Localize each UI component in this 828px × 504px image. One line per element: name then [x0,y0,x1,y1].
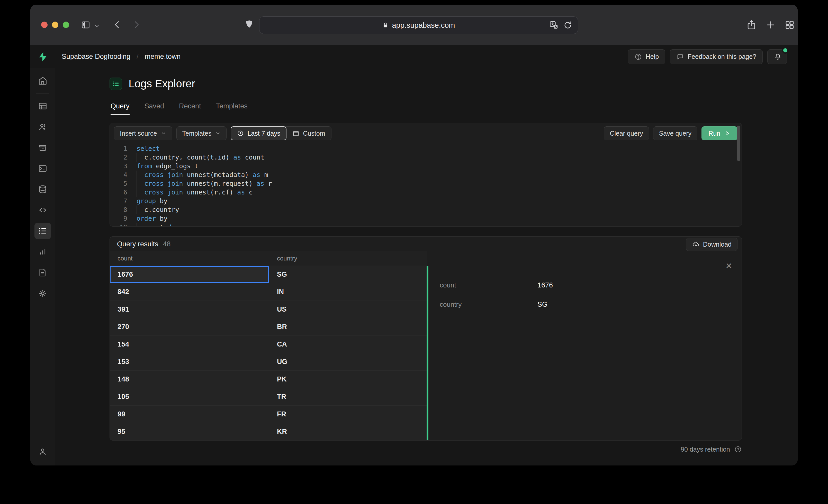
code-line-8[interactable]: 8 c.country [110,205,742,214]
table-row[interactable]: 95KR [110,423,426,441]
cell-country[interactable]: BR [269,318,287,335]
zoom-window-button[interactable] [63,21,69,28]
code-line-6[interactable]: 6 cross join unnest(r.cf) as c [110,188,742,197]
sql-editor[interactable]: 1select2 c.country, count(t.id) as count… [110,142,742,226]
sidebar-item-docs[interactable] [35,264,51,281]
sidebar-item-settings[interactable] [35,285,51,302]
cell-count[interactable]: 148 [110,371,269,388]
query-results-panel: Query results 48 Download count country [110,236,742,441]
code-line-3[interactable]: 3from edge_logs t [110,162,742,171]
tab-query[interactable]: Query [111,102,130,115]
supabase-logo[interactable] [30,45,55,68]
feedback-button[interactable]: Feedback on this page? [670,49,763,64]
column-header-count[interactable]: count [110,251,269,266]
privacy-shield-icon[interactable] [244,19,255,30]
sidebar-item-auth-users[interactable] [35,119,51,135]
back-icon[interactable] [112,19,122,30]
breadcrumb-org[interactable]: Supabase Dogfooding [62,53,130,61]
code-text: cross join unnest(metadata) as m [136,171,268,179]
sidebar-item-table-editor[interactable] [35,98,51,114]
save-query-button[interactable]: Save query [653,126,697,140]
sidebar-item-storage[interactable] [35,139,51,156]
cell-country[interactable]: UG [269,353,288,370]
close-window-button[interactable] [41,21,48,28]
line-number: 8 [110,205,127,214]
insert-source-button[interactable]: Insert source [114,126,172,140]
breadcrumb-project[interactable]: meme.town [145,53,181,61]
reload-icon[interactable] [563,20,573,30]
cell-count[interactable]: 842 [110,283,269,301]
code-line-4[interactable]: 4 cross join unnest(metadata) as m [110,171,742,179]
download-button[interactable]: Download [686,238,738,251]
question-circle-icon[interactable] [734,446,742,453]
tab-templates[interactable]: Templates [216,102,248,115]
clear-query-button[interactable]: Clear query [604,126,649,140]
table-row[interactable]: 1676SG [110,266,426,283]
sidebar-item-account[interactable] [35,443,51,460]
code-line-1[interactable]: 1select [110,144,742,153]
sidebar-item-logs[interactable] [35,223,51,239]
cell-country[interactable]: TR [269,388,286,405]
detail-count-label: count [440,281,537,289]
cell-count[interactable]: 95 [110,423,269,440]
table-row[interactable]: 154CA [110,336,426,353]
chevron-down-icon[interactable] [94,23,100,29]
last-7-days-button[interactable]: Last 7 days [231,126,286,140]
sidebar-item-api[interactable] [35,202,51,218]
table-row[interactable]: 148PK [110,371,426,388]
cell-count[interactable]: 1676 [110,266,269,283]
custom-range-button[interactable]: Custom [286,127,331,140]
close-icon[interactable]: ✕ [726,262,732,270]
cell-count[interactable]: 391 [110,301,269,318]
share-icon[interactable] [746,19,757,30]
cell-country[interactable]: CA [269,336,287,353]
address-bar[interactable]: app.supabase.com [259,16,578,34]
cell-count[interactable]: 99 [110,406,269,423]
sidebar-toggle-icon[interactable] [81,20,90,30]
code-line-9[interactable]: 9order by [110,214,742,223]
editor-scrollbar[interactable] [737,126,740,161]
cell-country[interactable]: KR [269,423,287,440]
code-text: count desc [136,223,183,226]
templates-button[interactable]: Templates [176,126,227,140]
cell-count[interactable]: 153 [110,353,269,370]
code-line-5[interactable]: 5 cross join unnest(m.request) as r [110,179,742,188]
translate-icon[interactable] [549,20,559,30]
sidebar-item-database[interactable] [35,181,51,197]
cell-country[interactable]: US [269,301,287,318]
table-row[interactable]: 105TR [110,388,426,406]
tab-bar: Query Saved Recent Templates [111,102,248,115]
code-line-2[interactable]: 2 c.country, count(t.id) as count [110,153,742,162]
code-line-7[interactable]: 7group by [110,197,742,205]
forward-icon[interactable] [131,19,141,30]
sidebar-item-reports[interactable] [35,243,51,260]
sidebar-item-home[interactable] [35,73,51,89]
tab-overview-icon[interactable] [784,19,795,30]
tab-saved[interactable]: Saved [144,102,164,115]
cell-country[interactable]: IN [269,283,284,301]
run-button[interactable]: Run [702,126,738,140]
cell-count[interactable]: 154 [110,336,269,353]
minimize-window-button[interactable] [52,21,58,28]
help-button[interactable]: Help [628,49,665,64]
notifications-button[interactable] [767,49,787,64]
panel-resize-handle[interactable] [426,266,428,441]
sidebar-item-sql-editor[interactable] [35,160,51,177]
table-row[interactable]: 842IN [110,283,426,301]
cell-country[interactable]: FR [269,406,286,423]
column-header-country[interactable]: country [269,251,297,266]
table-row[interactable]: 270BR [110,318,426,336]
url-text: app.supabase.com [392,21,455,30]
table-row[interactable]: 99FR [110,406,426,423]
cell-country[interactable]: PK [269,371,287,388]
page-title: Logs Explorer [129,78,195,90]
cell-count[interactable]: 270 [110,318,269,335]
tab-recent[interactable]: Recent [179,102,201,115]
table-row[interactable]: 153UG [110,353,426,371]
cell-country[interactable]: SG [269,266,287,283]
new-tab-icon[interactable] [765,19,776,30]
cell-count[interactable]: 105 [110,388,269,405]
code-line-10[interactable]: 10 count desc [110,223,742,226]
table-row[interactable]: 391US [110,301,426,318]
line-number: 9 [110,214,127,223]
